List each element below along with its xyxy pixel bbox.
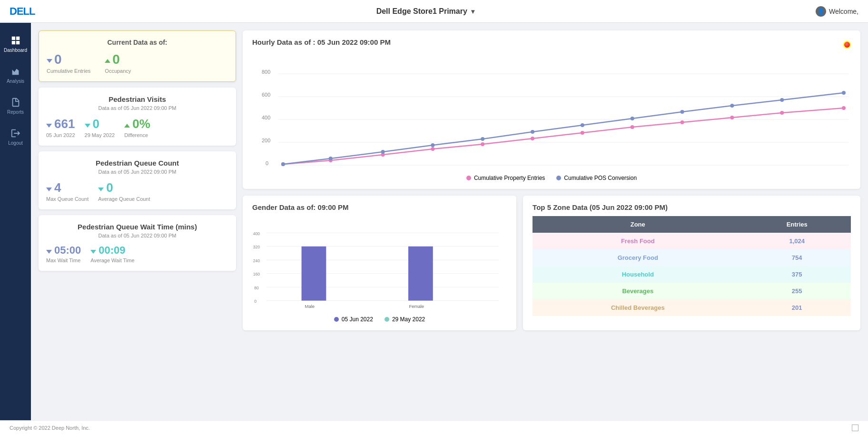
svg-text:240: 240 (253, 258, 260, 263)
legend-pink: Cumulative Property Entries (466, 175, 545, 181)
line-chart-svg: 0 200 400 600 800 10:00 A (252, 51, 851, 170)
sidebar-item-logout[interactable]: Logout (0, 121, 31, 152)
table-row: Grocery Food 754 (533, 249, 851, 266)
pink-dot (466, 176, 471, 180)
queue-count-stats: 4 Max Queue Count 0 Average Queue Count (46, 180, 228, 202)
svg-text:200: 200 (262, 138, 270, 143)
visits-diff-value: 0% (132, 117, 150, 131)
zone-name-grocery-food[interactable]: Grocery Food (618, 254, 658, 261)
chart-legend: Cumulative Property Entries Cumulative P… (252, 175, 851, 181)
zone-name-chilled-beverages[interactable]: Chilled Beverages (611, 304, 665, 311)
chevron-down-icon: ▾ (471, 8, 474, 15)
down-icon (46, 124, 52, 128)
svg-point-37 (431, 143, 434, 147)
account-icon: 👤 (816, 6, 826, 17)
svg-point-43 (730, 104, 734, 108)
cumulative-entries-metric: 0 Cumulative Entries (47, 52, 90, 74)
sidebar-item-analysis[interactable]: Analysis (0, 59, 31, 90)
grid-icon (10, 35, 21, 46)
sidebar-label-dashboard: Dashboard (4, 48, 27, 53)
svg-point-32 (780, 111, 784, 115)
table-row: Household 375 (533, 266, 851, 283)
pedestrian-visits-stats: 661 05 Jun 2022 0 29 May 2022 (46, 117, 228, 138)
visits-diff: 0% Difference (124, 117, 150, 138)
occupancy-value: 0 (112, 52, 120, 67)
entries-household: 375 (792, 271, 802, 278)
logout-icon (10, 128, 21, 138)
zone-name-beverages[interactable]: Beverages (622, 287, 653, 295)
avg-queue: 0 Average Queue Count (98, 180, 150, 202)
gender-legend: 05 Jun 2022 29 May 2022 (252, 316, 507, 323)
svg-text:80: 80 (254, 286, 259, 290)
bottom-row: Gender Data as of: 09:00 PM 0 80 160 240… (243, 196, 860, 330)
up-icon (124, 124, 130, 128)
jun-dot (334, 317, 339, 322)
legend-pink-label: Cumulative Property Entries (474, 175, 545, 181)
down-icon6 (90, 250, 96, 254)
expand-icon[interactable] (852, 425, 858, 431)
legend-jun-label: 05 Jun 2022 (342, 316, 373, 323)
visits-date1: 661 05 Jun 2022 (46, 117, 75, 138)
gender-chart-card: Gender Data as of: 09:00 PM 0 80 160 240… (243, 196, 516, 330)
zone-table-card: Top 5 Zone Data (05 Jun 2022 09:00 PM) Z… (523, 196, 860, 330)
avg-wait-label: Average Wait Time (90, 257, 134, 263)
cumulative-entries-value: 0 (54, 52, 62, 67)
svg-point-33 (842, 106, 846, 110)
zone-name-fresh-food[interactable]: Fresh Food (621, 237, 655, 245)
svg-point-30 (681, 120, 684, 124)
sidebar-label-analysis: Analysis (7, 79, 24, 84)
down-icon4 (98, 188, 104, 191)
store-selector[interactable]: Dell Edge Store1 Primary ▾ (376, 7, 474, 16)
svg-point-27 (531, 137, 534, 140)
blue-dot (556, 176, 561, 180)
wait-time-stats: 05:00 Max Wait Time 00:09 Average Wait T… (46, 244, 228, 263)
cumulative-entries-label: Cumulative Entries (47, 68, 90, 74)
pedestrian-visits-subtitle: Data as of 05 Jun 2022 09:00 PM (46, 105, 228, 111)
occupancy-label: Occupancy (105, 68, 131, 74)
avg-wait-value: 00:09 (99, 244, 125, 257)
svg-point-36 (381, 150, 385, 154)
svg-text:0: 0 (266, 160, 268, 166)
sidebar-item-dashboard[interactable]: Dashboard (0, 29, 31, 59)
wait-time-title: Pedestrian Queue Wait Time (mins) (46, 223, 228, 231)
sidebar: Dashboard Analysis Reports Logout (0, 23, 31, 420)
svg-point-29 (631, 125, 634, 129)
visits-date1-label: 05 Jun 2022 (46, 132, 75, 138)
visits-date2-value: 0 (93, 117, 99, 131)
gender-chart-body: 0 80 160 240 320 400 (252, 216, 507, 323)
svg-text:400: 400 (262, 115, 270, 120)
svg-point-44 (780, 98, 784, 102)
svg-text:400: 400 (253, 231, 260, 236)
male-bar-june (302, 247, 326, 301)
svg-point-40 (581, 123, 584, 127)
entries-beverages: 255 (792, 287, 802, 295)
zone-name-household[interactable]: Household (622, 271, 654, 278)
copyright: Copyright © 2022 Deep North, Inc. (10, 425, 90, 431)
gender-bar-chart-svg: 0 80 160 240 320 400 (252, 216, 507, 311)
entries-grocery-food: 754 (792, 254, 802, 261)
svg-point-34 (281, 162, 285, 166)
legend-jun: 05 Jun 2022 (334, 316, 373, 323)
right-panel: Hourly Data as of : 05 Jun 2022 09:00 PM… (243, 30, 860, 413)
metrics-row: 0 Cumulative Entries 0 Occupancy (47, 52, 228, 74)
header: DELL Dell Edge Store1 Primary ▾ 👤 Welcom… (0, 0, 868, 23)
avg-queue-label: Average Queue Count (98, 196, 150, 202)
line-chart: 0 200 400 600 800 10:00 A (252, 51, 851, 181)
legend-blue-label: Cumulative POS Conversion (564, 175, 637, 181)
svg-point-28 (581, 131, 584, 135)
main-layout: Dashboard Analysis Reports Logout Curren… (0, 23, 868, 420)
svg-text:160: 160 (253, 272, 260, 277)
svg-text:800: 800 (262, 69, 270, 75)
down-arrow-icon (47, 59, 52, 63)
visits-diff-label: Difference (124, 132, 150, 138)
zone-col-header: Zone (533, 216, 743, 233)
user-menu[interactable]: 👤 Welcome, (816, 6, 858, 17)
left-panel: Current Data as of: 0 Cumulative Entries (39, 30, 236, 413)
table-row: Fresh Food 1,024 (533, 233, 851, 249)
sidebar-item-reports[interactable]: Reports (0, 90, 31, 121)
welcome-text: Welcome, (829, 8, 858, 15)
entries-fresh-food: 1,024 (789, 237, 805, 245)
legend-may: 29 May 2022 (385, 316, 425, 323)
svg-text:Female: Female (409, 304, 424, 309)
svg-point-45 (842, 91, 846, 95)
